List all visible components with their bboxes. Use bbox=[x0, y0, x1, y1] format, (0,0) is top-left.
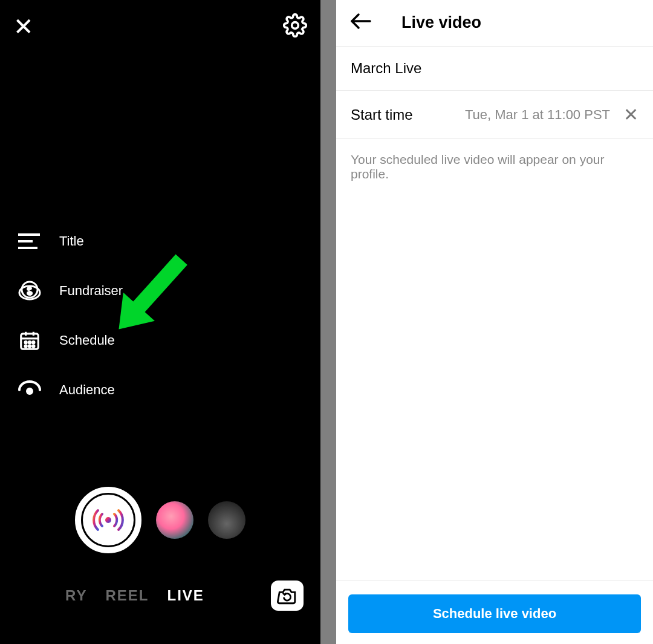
svg-line-17 bbox=[131, 259, 182, 316]
option-title-label: Title bbox=[59, 233, 84, 249]
camera-live-panel: ✕ Title bbox=[0, 0, 320, 644]
svg-rect-1 bbox=[18, 233, 40, 236]
filter-thumbnail-2[interactable] bbox=[208, 501, 245, 539]
start-time-row[interactable]: Start time Tue, Mar 1 at 11:00 PST ✕ bbox=[336, 91, 653, 139]
svg-point-10 bbox=[25, 342, 27, 343]
option-fundraiser[interactable]: Fundraiser bbox=[18, 279, 123, 302]
fundraiser-icon bbox=[18, 279, 41, 302]
camera-mode-tabs: RY REEL LIVE bbox=[0, 581, 320, 611]
close-icon[interactable]: ✕ bbox=[13, 15, 34, 39]
svg-point-19 bbox=[105, 517, 111, 523]
tab-reel[interactable]: REEL bbox=[105, 587, 149, 604]
option-fundraiser-label: Fundraiser bbox=[59, 283, 123, 299]
option-schedule-label: Schedule bbox=[59, 333, 115, 348]
svg-point-15 bbox=[33, 345, 34, 347]
svg-point-12 bbox=[33, 342, 34, 343]
start-time-value: Tue, Mar 1 at 11:00 PST bbox=[465, 107, 610, 123]
option-audience[interactable]: Audience bbox=[18, 379, 123, 402]
svg-point-0 bbox=[292, 22, 299, 29]
live-options-list: Title Fundraiser bbox=[18, 230, 123, 402]
audience-icon bbox=[18, 379, 41, 402]
option-schedule[interactable]: Schedule bbox=[18, 329, 123, 352]
start-time-label: Start time bbox=[351, 106, 413, 123]
go-live-button[interactable] bbox=[75, 487, 141, 553]
svg-point-13 bbox=[25, 345, 27, 347]
back-icon[interactable] bbox=[349, 12, 371, 33]
svg-point-14 bbox=[28, 345, 30, 347]
option-title[interactable]: Title bbox=[18, 230, 123, 253]
panel-divider bbox=[320, 0, 336, 644]
shutter-row bbox=[0, 487, 320, 553]
live-title-value: March Live bbox=[351, 60, 421, 77]
option-audience-label: Audience bbox=[59, 382, 115, 398]
svg-rect-3 bbox=[18, 247, 37, 249]
live-title-row[interactable]: March Live bbox=[336, 47, 653, 91]
page-title: Live video bbox=[401, 13, 481, 32]
tab-live[interactable]: LIVE bbox=[167, 587, 204, 604]
left-top-bar: ✕ bbox=[0, 0, 320, 40]
calendar-icon bbox=[18, 329, 41, 352]
flip-camera-icon bbox=[277, 587, 297, 605]
settings-icon[interactable] bbox=[283, 13, 307, 40]
svg-rect-2 bbox=[18, 240, 33, 242]
title-icon bbox=[18, 230, 41, 253]
right-header: Live video bbox=[336, 0, 653, 47]
svg-point-11 bbox=[28, 342, 30, 343]
flip-camera-button[interactable] bbox=[271, 581, 304, 611]
schedule-hint-text: Your scheduled live video will appear on… bbox=[336, 139, 653, 195]
live-broadcast-icon bbox=[84, 496, 132, 544]
schedule-live-video-button[interactable]: Schedule live video bbox=[348, 594, 641, 633]
clear-start-time-icon[interactable]: ✕ bbox=[623, 104, 638, 125]
svg-point-16 bbox=[26, 388, 33, 395]
filter-thumbnail-1[interactable] bbox=[156, 501, 193, 539]
schedule-live-panel: Live video March Live Start time Tue, Ma… bbox=[336, 0, 653, 644]
cta-footer: Schedule live video bbox=[336, 581, 653, 633]
tab-story-partial[interactable]: RY bbox=[65, 587, 87, 604]
